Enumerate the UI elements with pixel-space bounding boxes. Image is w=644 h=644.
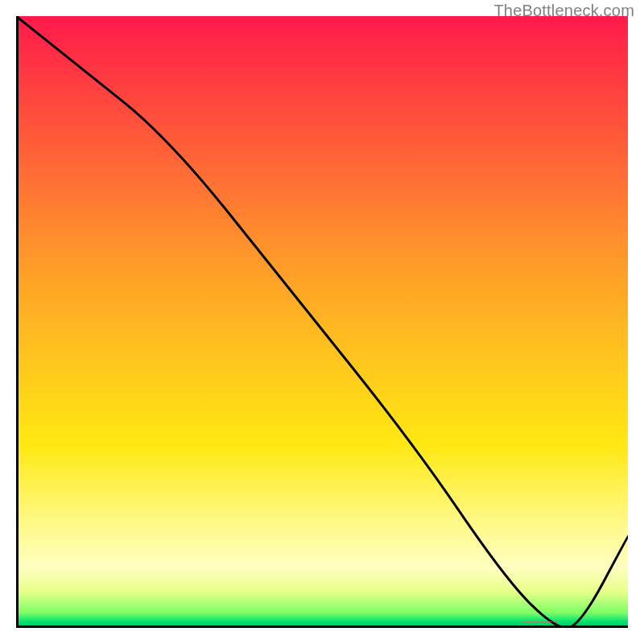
x-axis bbox=[16, 625, 628, 628]
chart-curve-svg bbox=[16, 16, 628, 628]
chart-plot-area: –––––––– bbox=[16, 16, 628, 628]
bottleneck-curve-path bbox=[16, 16, 628, 628]
watermark-text: TheBottleneck.com bbox=[493, 2, 634, 20]
chart-min-marker: –––––––– bbox=[522, 617, 558, 625]
y-axis bbox=[16, 16, 19, 628]
